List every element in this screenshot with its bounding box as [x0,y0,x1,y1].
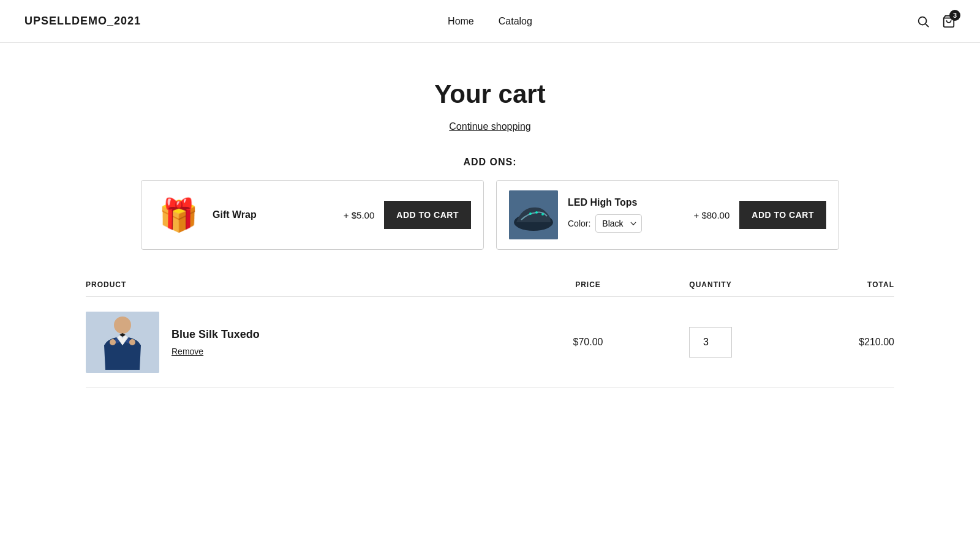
site-logo[interactable]: UPSELLDEMO_2021 [24,15,141,28]
product-image-blue-silk-tuxedo [86,312,159,373]
svg-line-1 [925,24,929,27]
color-row: Color: Black White Red Blue [568,214,679,233]
addon-led-high-tops-name: LED High Tops [568,197,679,208]
col-total: TOTAL [772,280,894,289]
svg-point-5 [529,212,532,215]
addon-gift-wrap-name: Gift Wrap [213,209,329,220]
cart-product-cell: Blue Silk Tuxedo Remove [86,312,527,373]
svg-point-11 [129,339,135,345]
svg-point-9 [114,317,131,334]
cart-product-info: Blue Silk Tuxedo Remove [172,328,260,357]
addon-gift-wrap-price: + $5.00 [344,210,374,220]
addons-label: ADD ONS: [86,157,894,168]
nav-home[interactable]: Home [448,16,474,27]
color-select[interactable]: Black White Red Blue [595,214,642,233]
addons-container: 🎁 Gift Wrap + $5.00 ADD TO CART LED High [86,180,894,250]
col-product: PRODUCT [86,280,527,289]
header-icons: 3 [916,15,956,28]
tuxedo-svg [86,312,159,373]
search-button[interactable] [916,15,930,28]
addon-led-high-tops-price: + $80.00 [694,210,730,220]
quantity-input[interactable] [689,327,732,358]
cart-item-total: $210.00 [772,337,894,348]
continue-shopping-link[interactable]: Continue shopping [86,121,894,132]
svg-point-0 [919,17,927,24]
led-high-tops-image [509,190,558,239]
cart-badge: 3 [949,10,960,21]
search-icon [916,15,930,28]
cart-quantity-cell [649,327,772,358]
col-quantity: QUANTITY [649,280,772,289]
cart-product-name: Blue Silk Tuxedo [172,328,260,341]
col-price: PRICE [527,280,649,289]
cart-table-header: PRODUCT PRICE QUANTITY TOTAL [86,280,894,297]
main-content: Your cart Continue shopping ADD ONS: 🎁 G… [61,43,919,413]
cart-button[interactable]: 3 [942,15,956,28]
remove-item-button[interactable]: Remove [172,347,203,356]
addon-card-gift-wrap: 🎁 Gift Wrap + $5.00 ADD TO CART [141,180,484,250]
table-row: Blue Silk Tuxedo Remove $70.00 $210.00 [86,297,894,388]
gift-wrap-image: 🎁 [154,190,203,239]
nav-catalog[interactable]: Catalog [499,16,532,27]
color-label: Color: [568,219,590,228]
page-title: Your cart [86,80,894,109]
main-nav: Home Catalog [448,16,532,27]
shoe-svg [509,190,558,239]
add-to-cart-gift-wrap-button[interactable]: ADD TO CART [384,201,471,229]
svg-point-10 [110,339,116,345]
addon-card-led-high-tops: LED High Tops Color: Black White Red Blu… [496,180,839,250]
svg-point-7 [541,213,544,216]
site-header: UPSELLDEMO_2021 Home Catalog 3 [0,0,980,43]
add-to-cart-led-high-tops-button[interactable]: ADD TO CART [739,201,826,229]
svg-point-6 [535,211,538,214]
cart-item-price: $70.00 [527,337,649,348]
addon-led-high-tops-details: LED High Tops Color: Black White Red Blu… [568,197,679,233]
